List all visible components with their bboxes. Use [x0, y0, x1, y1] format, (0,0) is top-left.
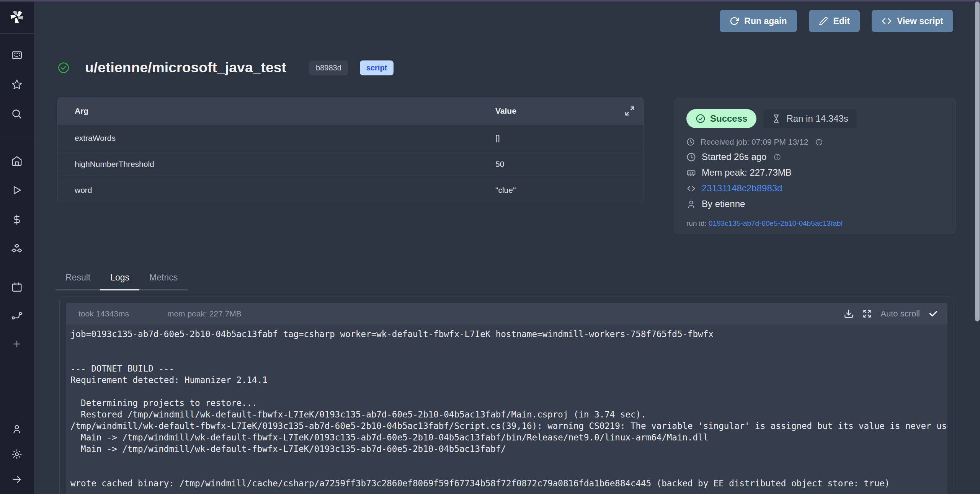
windmill-logo[interactable] — [0, 0, 34, 34]
script-hash-link[interactable]: 23131148c2b8983d — [702, 183, 782, 194]
memory-icon — [686, 168, 696, 178]
main-content: Run again Edit View script u/etie — [34, 0, 980, 494]
view-script-label: View script — [897, 16, 943, 26]
info-icon[interactable] — [774, 153, 781, 161]
log-took-label: took 14343ms — [78, 309, 129, 318]
tab-result[interactable]: Result — [56, 268, 100, 290]
clock-icon — [686, 152, 696, 162]
hourglass-icon — [772, 114, 781, 123]
started-label: Started 26s ago — [702, 152, 766, 162]
keypad-icon[interactable] — [11, 49, 23, 61]
star-icon[interactable] — [11, 78, 23, 91]
status-panel: Success Ran in 14.343s Received job: 07 — [675, 98, 956, 234]
runs-icon[interactable] — [11, 184, 23, 196]
home-icon[interactable] — [11, 155, 23, 167]
pencil-icon — [819, 16, 828, 26]
arg-name: word — [75, 186, 495, 195]
run-again-button[interactable]: Run again — [720, 10, 797, 32]
view-script-button[interactable]: View script — [872, 10, 953, 32]
arg-value: [] — [495, 134, 627, 143]
arg-name: extraWords — [75, 134, 495, 143]
clock-icon — [686, 138, 695, 146]
run-again-label: Run again — [744, 16, 787, 26]
status-badge: Success — [686, 109, 756, 128]
status-label: Success — [710, 113, 747, 124]
table-row: word "clue" — [58, 177, 644, 203]
args-table: Arg Value extraWords [] highNumberThresh… — [57, 97, 644, 203]
expand-sidebar-icon[interactable] — [11, 473, 23, 486]
log-output[interactable]: job=0193c135-ab7d-60e5-2b10-04b5ac13fabf… — [66, 324, 947, 489]
expand-log-icon[interactable] — [862, 309, 872, 319]
log-container: took 14343ms mem peak: 227.7MB — [59, 297, 954, 494]
account-icon[interactable] — [11, 423, 23, 435]
by-user-label: By etienne — [702, 199, 745, 209]
run-id-link[interactable]: 0193c135-ab7d-60e5-2b10-04b5ac13fabf — [709, 219, 843, 227]
table-expand-icon[interactable] — [624, 106, 635, 116]
code-icon — [686, 184, 696, 193]
log-mem-peak-label: mem peak: 227.7MB — [167, 309, 242, 318]
log-panel: took 14343ms mem peak: 227.7MB — [66, 303, 947, 494]
code-icon — [882, 16, 892, 26]
header-actions: Run again Edit View script — [720, 10, 953, 32]
auto-scroll-label: Auto scroll — [880, 309, 920, 319]
workflows-icon[interactable] — [11, 310, 23, 322]
top-accent-line — [0, 0, 980, 2]
add-icon[interactable] — [11, 338, 23, 350]
page-title: u/etienne/microsoft_java_test — [85, 60, 286, 76]
arg-name: highNumberThreshold — [75, 160, 495, 169]
table-row: highNumberThreshold 50 — [58, 151, 644, 177]
edit-button[interactable]: Edit — [809, 10, 860, 32]
run-id-label: run id: — [686, 219, 707, 227]
table-row: extraWords [] — [58, 125, 644, 151]
args-col-value: Value — [495, 106, 627, 116]
auto-scroll-checkbox[interactable] — [928, 309, 938, 319]
script-hash-badge[interactable]: b8983d — [309, 60, 348, 75]
schedules-icon[interactable] — [11, 281, 23, 293]
tab-logs[interactable]: Logs — [100, 268, 139, 290]
download-icon[interactable] — [844, 309, 854, 319]
arg-value: "clue" — [495, 186, 627, 195]
resources-icon[interactable] — [11, 243, 23, 255]
duration-label: Ran in 14.343s — [786, 113, 848, 124]
result-tabs: Result Logs Metrics — [56, 268, 188, 290]
variables-icon[interactable] — [11, 214, 23, 226]
success-check-icon — [57, 62, 70, 74]
received-job-label: Received job: 07:09 PM 13/12 — [701, 137, 808, 147]
mem-peak-label: Mem peak: 227.73MB — [702, 167, 792, 178]
duration-chip: Ran in 14.343s — [763, 109, 856, 128]
args-col-arg: Arg — [75, 106, 495, 116]
info-icon[interactable] — [815, 139, 823, 146]
tab-metrics[interactable]: Metrics — [139, 268, 188, 290]
sidebar — [0, 0, 34, 494]
refresh-icon — [730, 16, 739, 26]
settings-icon[interactable] — [11, 448, 23, 460]
script-type-badge: script — [360, 60, 394, 75]
log-header: took 14343ms mem peak: 227.7MB — [66, 303, 947, 324]
search-icon[interactable] — [11, 108, 23, 120]
arg-value: 50 — [495, 160, 627, 169]
page-scrollbar-thumb[interactable] — [975, 2, 980, 321]
edit-label: Edit — [833, 16, 850, 26]
user-icon — [686, 199, 696, 209]
